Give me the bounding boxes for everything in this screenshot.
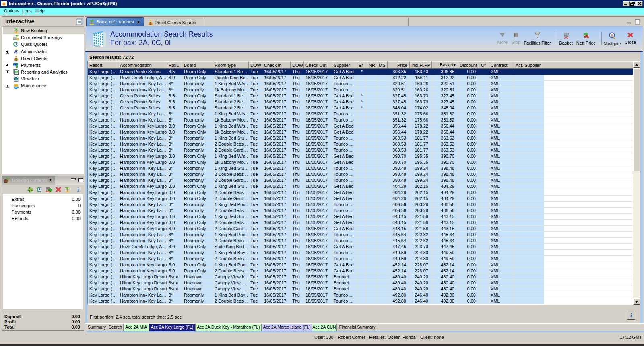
svg-text:$: $: [16, 64, 18, 68]
svg-text:i: i: [77, 186, 79, 193]
